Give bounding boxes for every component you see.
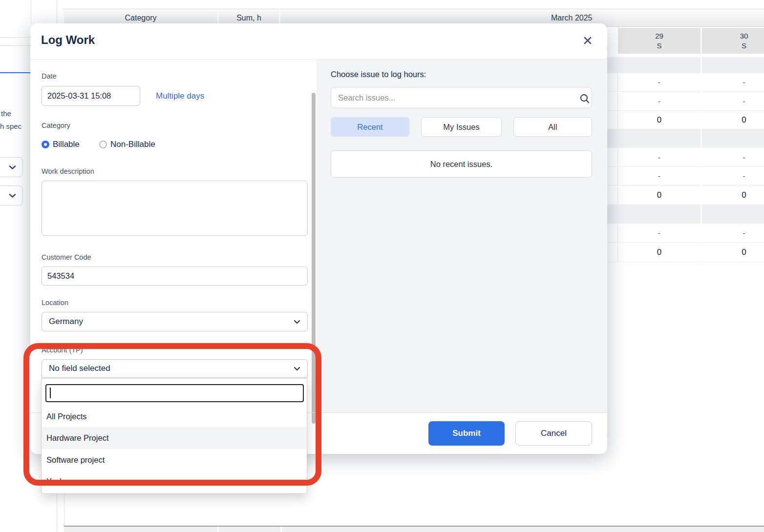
day-letter: S (618, 41, 700, 51)
timesheet-grid: - - - - 0 0 - - - - 0 0 (607, 57, 764, 262)
pane-divider (0, 37, 31, 38)
close-button[interactable] (582, 35, 594, 47)
table-header-row-partial (64, 527, 764, 532)
tab-recent[interactable]: Recent (331, 117, 409, 137)
empty-results-box: No recent issues. (331, 150, 592, 178)
table-row: - - (607, 167, 764, 185)
grid-cell[interactable]: - (618, 167, 700, 185)
group-row (607, 205, 764, 224)
tab-all[interactable]: All (513, 117, 592, 137)
column-header-label: Sum, h (236, 14, 261, 22)
grid-total-cell: 0 (702, 243, 764, 262)
grid-total-cell: 0 (618, 243, 700, 262)
grid-total-cell: 0 (702, 111, 764, 129)
date-input[interactable] (42, 86, 140, 106)
collapsed-dropdown-button[interactable] (0, 157, 23, 177)
grid-total-cell: 0 (618, 185, 700, 205)
pane-divider (57, 0, 57, 23)
customer-code-input[interactable] (42, 266, 308, 286)
grid-total-cell: 0 (702, 185, 764, 205)
account-select[interactable]: No field selected (42, 359, 308, 378)
table-row: - - (607, 73, 764, 92)
dropdown-option[interactable]: Yevhen (42, 471, 307, 492)
work-description-label: Work description (42, 167, 94, 175)
radio-option-non-billable[interactable]: Non-Billable (99, 140, 155, 149)
date-label: Date (42, 72, 57, 80)
location-value: Germany (49, 317, 83, 327)
column-gap (217, 527, 219, 532)
collapsed-dropdown-button[interactable] (0, 185, 23, 205)
account-label: Account (TP) (42, 346, 83, 354)
truncated-text: h spec (0, 122, 21, 130)
location-select[interactable]: Germany (42, 312, 308, 331)
month-label: March 2025 (551, 14, 593, 22)
grid-cell[interactable]: - (702, 167, 764, 185)
grid-cell[interactable]: - (618, 73, 700, 91)
active-tab-underline (0, 72, 30, 73)
account-dropdown-panel: All Projects Hardware Project Software p… (41, 378, 307, 494)
tab-label: All (548, 123, 557, 132)
grid-cell[interactable]: - (702, 148, 764, 166)
work-description-textarea[interactable] (42, 181, 308, 236)
tab-label: My Issues (443, 123, 479, 132)
cancel-button[interactable]: Cancel (515, 421, 592, 446)
account-dropdown-search-input[interactable] (45, 384, 304, 402)
truncated-text: the (1, 109, 11, 118)
grid-total-cell: 0 (618, 111, 700, 129)
day-number: 30 (702, 31, 764, 41)
tab-label: Recent (357, 123, 382, 132)
group-row (607, 57, 764, 73)
location-label: Location (42, 299, 68, 307)
pane-divider (31, 0, 31, 23)
radio-option-billable[interactable]: Billable (42, 140, 80, 149)
submit-button[interactable]: Submit (428, 421, 505, 446)
grid-cell[interactable]: - (618, 224, 700, 242)
column-header-label: Category (125, 14, 157, 22)
day-column-header: 30 S (702, 28, 764, 54)
search-icon (579, 93, 590, 106)
column-gap (280, 527, 282, 532)
day-column-header: 29 S (618, 28, 700, 54)
radio-selected-icon (42, 141, 49, 148)
radio-unselected-icon (99, 141, 107, 148)
pane-divider (57, 494, 57, 532)
category-label: Category (42, 122, 70, 129)
day-number: 29 (618, 31, 700, 41)
group-row (607, 129, 764, 148)
multiple-days-link[interactable]: Multiple days (156, 91, 204, 101)
grid-cell[interactable]: - (618, 148, 700, 166)
grid-cell[interactable]: - (618, 92, 700, 110)
empty-results-text: No recent issues. (430, 160, 492, 169)
issue-search-input[interactable] (331, 87, 592, 108)
grid-cell[interactable]: - (702, 224, 764, 242)
scrollbar-thumb[interactable] (312, 93, 316, 424)
screen: the h spec Category Sum, h March 2025 29… (0, 0, 764, 532)
pane-divider (0, 45, 31, 46)
total-row: 0 0 (607, 111, 764, 129)
chevron-down-icon (294, 317, 300, 327)
dropdown-option[interactable]: All Projects (42, 406, 307, 427)
grid-cell[interactable]: - (702, 92, 764, 110)
account-value: No field selected (49, 364, 110, 373)
modal-title: Log Work (41, 33, 95, 47)
tab-my-issues[interactable]: My Issues (421, 117, 502, 137)
table-row: - - (607, 148, 764, 167)
radio-label: Non-Billable (110, 140, 155, 149)
grid-cell[interactable]: - (702, 73, 764, 91)
chevron-down-icon (9, 191, 16, 200)
day-letter: S (702, 41, 764, 51)
dropdown-option-highlighted[interactable]: Hardware Project (42, 427, 307, 449)
chevron-down-icon (9, 163, 16, 172)
total-row: 0 0 (607, 243, 764, 262)
table-row: - - (607, 224, 764, 243)
customer-code-label: Customer Code (42, 253, 91, 261)
issue-picker-heading: Choose issue to log hours: (331, 70, 426, 79)
chevron-down-icon (294, 364, 300, 373)
table-row: - - (607, 92, 764, 111)
column-gap (700, 57, 702, 262)
total-row: 0 0 (607, 185, 764, 205)
radio-label: Billable (53, 140, 80, 149)
dropdown-option[interactable]: Software project (42, 449, 307, 471)
text-cursor (50, 388, 51, 398)
issue-picker-panel: Choose issue to log hours: Recent My Iss… (317, 60, 607, 412)
